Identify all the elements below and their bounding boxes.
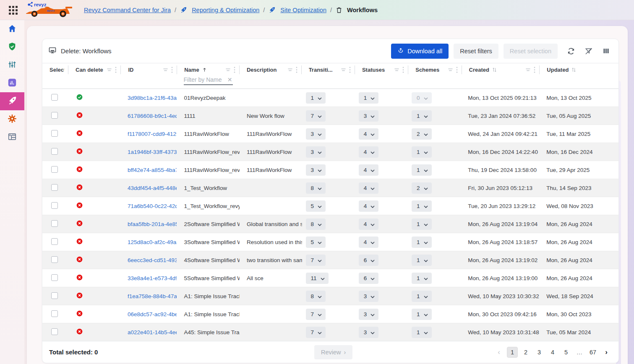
row-checkbox[interactable] — [51, 310, 58, 317]
workflow-id-link[interactable]: 6eecc3ed-cd51-4938-8 — [128, 257, 177, 263]
reset-selection-button[interactable]: Reset selection — [504, 44, 558, 59]
filter-off-icon[interactable] — [583, 45, 595, 57]
app-switcher-icon[interactable] — [8, 5, 18, 16]
row-checkbox[interactable] — [51, 256, 58, 263]
statuses-dropdown[interactable]: 3 — [359, 291, 379, 302]
transitions-dropdown[interactable]: 5 — [306, 237, 326, 248]
column-menu-icon[interactable] — [456, 67, 458, 73]
transitions-dropdown[interactable]: 8 — [306, 218, 326, 230]
download-all-button[interactable]: Download all — [391, 44, 449, 59]
schemes-dropdown[interactable]: 1 — [412, 291, 432, 302]
column-header-name[interactable]: Name — [177, 63, 240, 76]
workflow-id-link[interactable]: a022e401-14b5-4ee1-a — [128, 329, 177, 335]
page-button-5[interactable]: 5 — [561, 347, 571, 358]
statuses-dropdown[interactable]: 4 — [359, 164, 379, 176]
breadcrumb-link-reporting[interactable]: Reporting & Optimization — [192, 7, 259, 13]
schemes-dropdown[interactable]: 1 — [412, 146, 432, 158]
sidebar-item-table-window[interactable] — [0, 128, 24, 146]
page-button-67[interactable]: 67 — [587, 347, 598, 358]
columns-icon[interactable] — [600, 45, 612, 57]
transitions-dropdown[interactable]: 5 — [306, 200, 326, 212]
sort-ascending-icon[interactable] — [202, 67, 207, 73]
schemes-dropdown[interactable]: 1 — [412, 200, 432, 212]
row-checkbox[interactable] — [51, 130, 58, 137]
column-header-description[interactable]: Description — [240, 63, 302, 76]
column-header-statuses[interactable]: Statuses — [355, 63, 408, 76]
transitions-dropdown[interactable]: 8 — [306, 182, 326, 194]
filter-icon[interactable] — [448, 68, 453, 72]
column-header-updated[interactable]: Updated — [540, 63, 618, 76]
row-checkbox[interactable] — [51, 292, 58, 299]
statuses-dropdown[interactable]: 3 — [359, 309, 379, 320]
row-checkbox[interactable] — [51, 202, 58, 209]
sidebar-item-bar-chart[interactable] — [0, 74, 24, 92]
transitions-dropdown[interactable]: 7 — [306, 309, 326, 320]
column-menu-icon[interactable] — [534, 67, 535, 73]
clear-filter-icon[interactable]: ✕ — [227, 76, 233, 83]
transitions-dropdown[interactable]: 11 — [306, 273, 329, 284]
statuses-dropdown[interactable]: 4 — [359, 182, 379, 194]
workflow-id-link[interactable]: 1a1946bf-33ff-4373-8 — [128, 149, 177, 155]
schemes-dropdown[interactable]: 1 — [412, 110, 432, 122]
workflow-id-link[interactable]: f1178007-cdd9-4129-a — [128, 131, 177, 137]
sidebar-item-home[interactable] — [0, 20, 24, 38]
column-header-schemes[interactable]: Schemes — [408, 63, 462, 76]
row-checkbox[interactable] — [51, 328, 58, 335]
schemes-dropdown[interactable]: 2 — [412, 182, 432, 194]
schemes-dropdown[interactable]: 2 — [412, 128, 432, 140]
page-button-2[interactable]: 2 — [520, 347, 531, 358]
column-menu-icon[interactable] — [115, 67, 117, 73]
filter-icon[interactable] — [525, 68, 531, 72]
breadcrumb-link-site-optimization[interactable]: Site Optimization — [280, 7, 326, 13]
statuses-dropdown[interactable]: 4 — [359, 146, 379, 158]
schemes-dropdown[interactable]: 1 — [412, 273, 432, 284]
transitions-dropdown[interactable]: 8 — [306, 291, 326, 302]
column-header-created[interactable]: Created — [462, 63, 540, 76]
row-checkbox[interactable] — [51, 238, 58, 245]
schemes-dropdown[interactable]: 1 — [412, 309, 432, 320]
row-checkbox[interactable] — [51, 220, 58, 227]
breadcrumb-link-app[interactable]: Revyz Command Center for Jira — [84, 7, 171, 13]
sidebar-item-shield-check[interactable] — [0, 38, 24, 56]
statuses-dropdown[interactable]: 6 — [359, 255, 379, 266]
filter-icon[interactable] — [341, 68, 346, 72]
workflow-id-link[interactable]: 3d98bc1a-21f6-43ad-b — [128, 95, 177, 101]
column-menu-icon[interactable] — [234, 67, 235, 73]
schemes-dropdown[interactable]: 1 — [412, 218, 432, 230]
statuses-dropdown[interactable]: 6 — [359, 273, 379, 284]
sort-icon[interactable] — [571, 67, 577, 73]
statuses-dropdown[interactable]: 4 — [359, 218, 379, 230]
refresh-icon[interactable] — [565, 45, 577, 57]
column-menu-icon[interactable] — [296, 67, 297, 73]
workflow-id-link[interactable]: 125d8ac0-af2c-49aa-b — [128, 239, 177, 245]
filter-icon[interactable] — [287, 68, 293, 72]
schemes-dropdown[interactable]: 1 — [412, 237, 432, 248]
column-header-select[interactable]: Select — [42, 63, 68, 76]
column-menu-icon[interactable] — [349, 67, 351, 73]
transitions-dropdown[interactable]: 3 — [306, 164, 326, 176]
schemes-dropdown[interactable]: 1 — [412, 164, 432, 176]
transitions-dropdown[interactable]: 3 — [306, 146, 326, 158]
filter-icon[interactable] — [163, 68, 168, 72]
column-header-transiti[interactable]: Transiti... — [302, 63, 355, 76]
transitions-dropdown[interactable]: 1 — [306, 92, 326, 104]
workflow-id-link[interactable]: 33e8a4e1-e573-4d9c-9 — [128, 275, 177, 281]
name-filter-input[interactable] — [184, 76, 227, 83]
workflow-id-link[interactable]: 06e8dc57-ac92-4bea-b — [128, 311, 177, 317]
sidebar-item-rocket[interactable] — [0, 92, 24, 110]
workflow-id-link[interactable]: bfaa5fbb-201a-4e85-9 — [128, 221, 177, 227]
statuses-dropdown[interactable]: 4 — [359, 128, 379, 140]
filter-icon[interactable] — [107, 68, 112, 72]
row-checkbox[interactable] — [51, 94, 58, 101]
sidebar-item-gear[interactable] — [0, 110, 24, 128]
workflow-id-link[interactable]: f1ea758e-884b-47ae-a — [128, 293, 177, 299]
statuses-dropdown[interactable]: 3 — [359, 110, 379, 122]
previous-page-icon[interactable]: ‹ — [493, 347, 504, 358]
workflow-id-link[interactable]: bff42e74-a855-4ba7-8 — [128, 167, 177, 173]
sort-icon[interactable] — [492, 67, 497, 73]
column-header-id[interactable]: ID — [121, 63, 177, 76]
transitions-dropdown[interactable]: 3 — [306, 128, 326, 140]
statuses-dropdown[interactable]: 4 — [359, 200, 379, 212]
filter-icon[interactable] — [225, 68, 231, 72]
schemes-dropdown[interactable]: 0 — [412, 92, 432, 104]
